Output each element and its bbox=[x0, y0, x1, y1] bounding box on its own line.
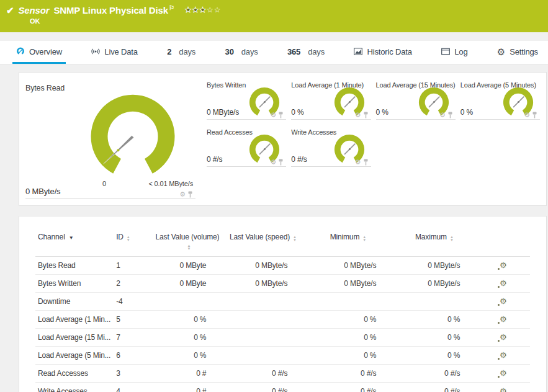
cell-maximum: 0 % bbox=[392, 311, 476, 329]
sensor-title: SNMP Linux Physical Disk⚐ bbox=[53, 4, 174, 16]
bytes-read-gauge-dial bbox=[86, 94, 179, 180]
priority-stars-empty[interactable]: ☆☆ bbox=[207, 6, 222, 14]
table-row[interactable]: Bytes Written 2 0 MByte 0 MByte/s 0 MByt… bbox=[35, 275, 530, 293]
gauge-settings-gear-icon[interactable]: ⚙ bbox=[524, 112, 530, 118]
pin-icon[interactable] bbox=[363, 159, 369, 166]
channel-settings-gear-icon[interactable]: ⚙ bbox=[500, 333, 507, 341]
gauges-panel: Bytes Read 0 < 0.01 MByte/s 0 MByte/s ⚙ … bbox=[19, 72, 547, 206]
tab-label: Overview bbox=[29, 47, 62, 56]
column-header-maximum[interactable]: Maximum▲▼ bbox=[392, 220, 476, 257]
tab-2-days[interactable]: 2days bbox=[163, 41, 199, 64]
channels-table-panel: Channel▼ ID▲▼ Last Value (volume)▲▼ Last… bbox=[19, 216, 547, 392]
cell-last-value-volume: 0 # bbox=[153, 383, 223, 392]
column-header-last-value-speed[interactable]: Last Value (speed)▲▼ bbox=[222, 220, 303, 257]
gauge-settings-gear-icon[interactable]: ⚙ bbox=[179, 191, 186, 198]
pin-icon[interactable] bbox=[532, 112, 537, 118]
table-row[interactable]: Read Accesses 3 0 # 0 #/s 0 #/s 0 #/s ⚙ bbox=[35, 365, 530, 383]
gauge-settings-gear-icon[interactable]: ⚙ bbox=[355, 112, 361, 118]
cell-last-value-volume: 0 MByte bbox=[153, 257, 223, 275]
cell-last-value-volume: 0 % bbox=[153, 347, 223, 365]
cell-id: -4 bbox=[114, 293, 152, 311]
tab-label-unit: days bbox=[241, 47, 258, 56]
gauge-read-accesses: Read Accesses 0 #/s ⚙ bbox=[207, 127, 286, 167]
cell-minimum: 0 MByte/s bbox=[303, 257, 392, 275]
area-chart-icon bbox=[354, 47, 362, 56]
column-header-label: Minimum bbox=[330, 233, 360, 241]
channel-settings-gear-icon[interactable]: ⚙ bbox=[500, 315, 507, 323]
cell-minimum: 0 % bbox=[303, 347, 392, 365]
gauge-settings-gear-icon[interactable]: ⚙ bbox=[271, 112, 277, 118]
pin-icon[interactable] bbox=[278, 159, 284, 166]
gauge-value: 0 MByte/s bbox=[207, 108, 239, 117]
cell-channel: Downtime bbox=[35, 293, 114, 311]
sort-icon: ▲▼ bbox=[127, 236, 130, 241]
gauge-settings-gear-icon[interactable]: ⚙ bbox=[439, 112, 446, 118]
pin-icon[interactable] bbox=[363, 112, 369, 118]
pin-icon[interactable] bbox=[187, 191, 193, 198]
table-row[interactable]: Bytes Read 1 0 MByte 0 MByte/s 0 MByte/s… bbox=[35, 257, 530, 275]
channel-settings-gear-icon[interactable]: ⚙ bbox=[500, 297, 507, 305]
gauge-label: Read Accesses bbox=[207, 128, 253, 136]
sensor-kind-label: Sensor bbox=[18, 5, 49, 16]
gauge-settings-gear-icon[interactable]: ⚙ bbox=[355, 159, 361, 166]
cell-last-value-volume: 0 MByte bbox=[153, 275, 223, 293]
gauge-value: 0 % bbox=[376, 108, 389, 117]
tab-overview[interactable]: Overview bbox=[12, 41, 66, 64]
table-row[interactable]: Downtime -4 ⚙ bbox=[35, 293, 530, 311]
cell-channel: Load Average (5 Min... bbox=[35, 347, 114, 365]
tab-live-data[interactable]: Live Data bbox=[88, 41, 141, 64]
column-header-id[interactable]: ID▲▼ bbox=[114, 220, 152, 257]
cell-channel: Write Accesses bbox=[35, 383, 114, 392]
gauge-label: Bytes Written bbox=[207, 81, 246, 89]
log-window-icon bbox=[441, 47, 450, 56]
column-header-label: Last Value (volume) bbox=[155, 233, 219, 241]
cell-minimum: 0 % bbox=[303, 311, 392, 329]
gauge-value: 0 MByte/s bbox=[25, 187, 60, 196]
gauge-label: Load Average (15 Minutes) bbox=[376, 81, 456, 89]
cell-minimum bbox=[303, 293, 392, 311]
tab-label-number: 2 bbox=[167, 47, 171, 56]
channel-settings-gear-icon[interactable]: ⚙ bbox=[500, 351, 507, 359]
channel-settings-gear-icon[interactable]: ⚙ bbox=[500, 279, 507, 287]
tab-label-number: 365 bbox=[287, 47, 300, 56]
tab-log[interactable]: Log bbox=[438, 41, 471, 64]
live-data-icon bbox=[91, 47, 100, 56]
priority-stars-filled[interactable]: ★★★ bbox=[185, 6, 207, 14]
tab-settings[interactable]: ⚙ Settings bbox=[493, 41, 542, 64]
column-header-channel[interactable]: Channel▼ bbox=[35, 220, 114, 257]
cell-id: 6 bbox=[114, 347, 152, 365]
sort-icon: ▲▼ bbox=[362, 236, 366, 241]
priority-stars[interactable]: ★★★☆☆ bbox=[185, 6, 222, 14]
cell-channel: Load Average (1 Min... bbox=[35, 311, 114, 329]
pin-icon[interactable] bbox=[278, 112, 284, 118]
channels-table: Channel▼ ID▲▼ Last Value (volume)▲▼ Last… bbox=[35, 220, 530, 392]
table-row[interactable]: Load Average (1 Min... 5 0 % 0 % 0 % ⚙ bbox=[35, 311, 530, 329]
sensor-title-text: SNMP Linux Physical Disk bbox=[53, 5, 168, 16]
sort-icon: ▲▼ bbox=[187, 244, 191, 250]
table-row[interactable]: Load Average (5 Min... 6 0 % 0 % 0 % ⚙ bbox=[35, 347, 530, 365]
column-header-last-value-volume[interactable]: Last Value (volume)▲▼ bbox=[153, 220, 223, 257]
channel-settings-gear-icon[interactable]: ⚙ bbox=[500, 369, 507, 377]
cell-maximum: 0 MByte/s bbox=[392, 257, 476, 275]
tab-historic-data[interactable]: Historic Data bbox=[350, 41, 415, 64]
gauge-settings-gear-icon[interactable]: ⚙ bbox=[271, 159, 277, 166]
tab-label: Log bbox=[454, 47, 467, 56]
flag-icon[interactable]: ⚐ bbox=[169, 4, 174, 11]
channel-settings-gear-icon[interactable]: ⚙ bbox=[500, 261, 507, 269]
tab-365-days[interactable]: 365days bbox=[284, 41, 328, 64]
tab-label: Historic Data bbox=[367, 47, 411, 56]
table-row[interactable]: Write Accesses 4 0 # 0 #/s 0 #/s 0 #/s ⚙ bbox=[35, 383, 530, 392]
cell-minimum: 0 #/s bbox=[303, 365, 392, 383]
ok-check-icon: ✔ bbox=[6, 6, 14, 15]
column-header-minimum[interactable]: Minimum▲▼ bbox=[303, 220, 392, 257]
cell-maximum: 0 % bbox=[392, 347, 476, 365]
tab-30-days[interactable]: 30days bbox=[222, 41, 262, 64]
table-row[interactable]: Load Average (15 Mi... 7 0 % 0 % 0 % ⚙ bbox=[35, 329, 530, 347]
column-header-label: ID bbox=[116, 233, 124, 241]
channel-settings-gear-icon[interactable]: ⚙ bbox=[500, 387, 507, 392]
column-header-settings bbox=[476, 220, 530, 257]
pin-icon[interactable] bbox=[447, 112, 453, 118]
cell-last-value-speed bbox=[222, 347, 303, 365]
column-header-label: Maximum bbox=[415, 233, 447, 241]
gauge-value: 0 % bbox=[291, 108, 303, 117]
